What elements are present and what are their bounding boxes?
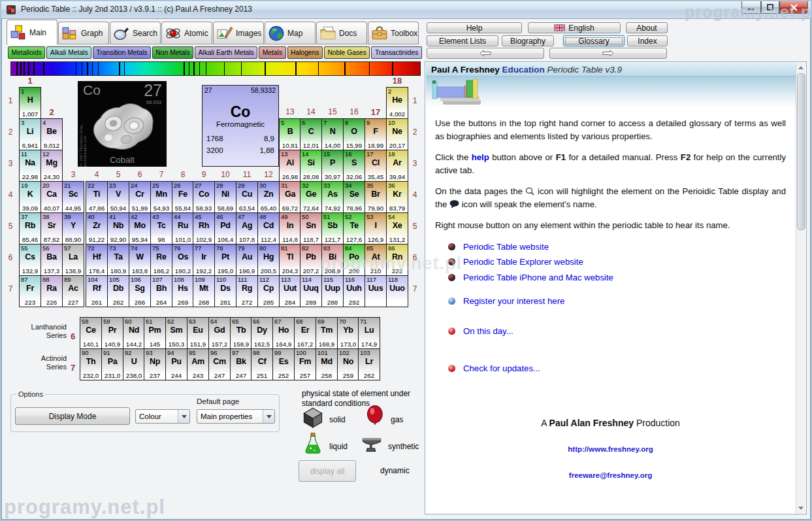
element-cell-Pm[interactable]: 61Pm145	[144, 317, 166, 349]
element-cell-Cf[interactable]: 98Cf251	[251, 348, 273, 380]
element-cell-Nb[interactable]: 41Nb92,90	[107, 212, 129, 244]
link-on-this-day[interactable]: On this day...	[448, 325, 786, 338]
element-cell-Uuo[interactable]: 118Uuo	[386, 275, 408, 307]
element-cell-Tb[interactable]: 65Tb158,9	[230, 317, 252, 349]
previous-page-button[interactable]	[427, 48, 544, 59]
element-cell-Os[interactable]: 76Os190,2	[172, 244, 194, 276]
element-cell-W[interactable]: 74W183,8	[129, 244, 151, 276]
element-cell-Gd[interactable]: 64Gd157,2	[208, 317, 231, 349]
element-cell-B[interactable]: 5B10,81	[279, 118, 301, 150]
element-cell-K[interactable]: 19K39,09	[19, 181, 41, 213]
tab-docs[interactable]: Docs	[316, 22, 367, 44]
category-noble-gases[interactable]: Noble Gases	[324, 46, 370, 59]
element-cell-Tl[interactable]: 81Tl204,3	[279, 244, 301, 276]
element-cell-Ce[interactable]: 58Ce140,1	[80, 317, 102, 349]
link-periodic-table-explorer-website[interactable]: Periodic Table Explorer website	[448, 256, 786, 269]
element-cell-Lr[interactable]: 103Lr262	[358, 348, 380, 380]
element-cell-Ds[interactable]: 110Ds281	[214, 275, 236, 307]
element-cell-Mg[interactable]: 12Mg24,30	[41, 150, 63, 182]
element-cell-Sb[interactable]: 51Sb121,7	[321, 212, 344, 244]
element-cell-Rn[interactable]: 86Rn222	[386, 244, 408, 276]
element-cell-Bh[interactable]: 107Bh264	[150, 275, 172, 307]
element-cell-Tc[interactable]: 43Tc98	[150, 212, 172, 244]
element-cell-Si[interactable]: 14Si28,08	[300, 150, 322, 182]
element-cell-Sc[interactable]: 21Sc44,95	[62, 181, 84, 213]
element-cell-V[interactable]: 23V50,94	[107, 181, 129, 213]
element-cell-Br[interactable]: 35Br79,90	[365, 181, 387, 213]
category-alkali-earth-metals[interactable]: Alkali Earth Metals	[195, 46, 257, 59]
element-cell-Zr[interactable]: 40Zr91,22	[86, 212, 108, 244]
index-button[interactable]: Index	[627, 35, 668, 46]
element-cell-Xe[interactable]: 54Xe131,2	[386, 212, 408, 244]
scrollbar-thumb[interactable]	[797, 73, 805, 230]
element-cell-Rb[interactable]: 37Rb85,46	[19, 212, 41, 244]
element-cell-Ru[interactable]: 44Ru101,0	[172, 212, 194, 244]
glossary-button[interactable]: Glossary	[563, 35, 625, 46]
element-cell-Ta[interactable]: 73Ta180,9	[107, 244, 129, 276]
element-cell-Tm[interactable]: 69Tm168,9	[316, 317, 338, 349]
element-cell-Cl[interactable]: 17Cl35,45	[365, 150, 387, 182]
link-periodic-table-iphone-and-mac-website[interactable]: Periodic Table iPhone and Mac website	[448, 271, 786, 284]
element-cell-Al[interactable]: 13Al26,98	[279, 150, 301, 182]
element-lists-button[interactable]: Element Lists	[427, 35, 498, 46]
element-cell-Ra[interactable]: 88Ra226	[41, 275, 63, 307]
element-cell-Mt[interactable]: 109Mt268	[193, 275, 215, 307]
tab-toolbox[interactable]: Toolbox	[368, 22, 419, 44]
category-non-metals[interactable]: Non Metals	[152, 46, 193, 59]
element-cell-Uuq[interactable]: 114Uuq289	[300, 275, 322, 307]
element-cell-F[interactable]: 9F18,99	[365, 118, 387, 150]
default-page-select[interactable]: Main properties	[197, 409, 275, 424]
element-cell-In[interactable]: 49In114,8	[279, 212, 301, 244]
element-cell-Zn[interactable]: 30Zn65,40	[257, 181, 280, 213]
element-cell-Uuh[interactable]: 116Uuh292	[343, 275, 365, 307]
element-cell-Eu[interactable]: 63Eu151,9	[187, 317, 209, 349]
scroll-down-icon[interactable]	[796, 503, 805, 513]
element-cell-Md[interactable]: 101Md258	[316, 348, 338, 380]
element-cell-Te[interactable]: 52Te127,6	[343, 212, 365, 244]
element-cell-Cu[interactable]: 29Cu63,54	[236, 181, 258, 213]
element-cell-Fe[interactable]: 26Fe55,84	[172, 181, 194, 213]
element-cell-Pd[interactable]: 46Pd106,4	[214, 212, 236, 244]
element-cell-U[interactable]: 92U238,0	[123, 348, 145, 380]
element-cell-At[interactable]: 85At210	[365, 244, 387, 276]
element-cell-Rh[interactable]: 45Rh102,9	[193, 212, 215, 244]
element-cell-Uut[interactable]: 113Uut284	[279, 275, 301, 307]
element-cell-Cp[interactable]: 112Cp285	[257, 275, 280, 307]
element-cell-Fr[interactable]: 87Fr223	[19, 275, 41, 307]
element-cell-P[interactable]: 15P30,97	[321, 150, 344, 182]
tab-images[interactable]: Images	[213, 22, 264, 44]
element-cell-Pb[interactable]: 82Pb207,2	[300, 244, 322, 276]
element-cell-Ni[interactable]: 28Ni58,69	[214, 181, 236, 213]
element-cell-Pt[interactable]: 78Pt195,0	[214, 244, 236, 276]
element-cell-Fm[interactable]: 100Fm257	[294, 348, 316, 380]
element-cell-Yb[interactable]: 70Yb173,0	[337, 317, 359, 349]
display-mode-button[interactable]: Display Mode	[15, 407, 130, 425]
element-cell-Co[interactable]: 27Co58,93	[193, 181, 215, 213]
element-cell-Au[interactable]: 79Au196,9	[236, 244, 258, 276]
display-all-button[interactable]: display all	[299, 460, 356, 482]
category-metals[interactable]: Metals	[259, 46, 285, 59]
element-cell-Y[interactable]: 39Y88,90	[62, 212, 84, 244]
element-cell-S[interactable]: 16S32,06	[343, 150, 365, 182]
colour-select[interactable]: Colour	[135, 409, 190, 424]
element-cell-No[interactable]: 102No259	[337, 348, 359, 380]
category-alkali-metals[interactable]: Alkali Metals	[46, 46, 91, 59]
element-cell-Bi[interactable]: 83Bi208,9	[321, 244, 344, 276]
element-cell-Uus[interactable]: 117Uus	[365, 275, 387, 307]
element-cell-Pu[interactable]: 94Pu244	[165, 348, 187, 380]
element-cell-Mn[interactable]: 25Mn54,93	[150, 181, 172, 213]
element-cell-Li[interactable]: 3Li6,941	[19, 118, 41, 150]
element-cell-Be[interactable]: 4Be9,012	[41, 118, 63, 150]
element-cell-Re[interactable]: 75Re186,2	[150, 244, 172, 276]
element-cell-Se[interactable]: 34Se78,96	[343, 181, 365, 213]
tab-main[interactable]: Main	[7, 20, 57, 45]
element-cell-Np[interactable]: 93Np237	[144, 348, 166, 380]
tab-atomic[interactable]: Atomic	[161, 22, 212, 44]
element-cell-Pr[interactable]: 59Pr140,9	[101, 317, 123, 349]
element-cell-N[interactable]: 7N14,00	[321, 118, 344, 150]
element-cell-Ho[interactable]: 67Ho164,9	[272, 317, 295, 349]
element-cell-Cs[interactable]: 55Cs132,9	[19, 244, 41, 276]
element-cell-Cr[interactable]: 24Cr51,99	[129, 181, 151, 213]
element-cell-Sn[interactable]: 50Sn118,7	[300, 212, 322, 244]
element-cell-Sm[interactable]: 62Sm150,3	[165, 317, 187, 349]
